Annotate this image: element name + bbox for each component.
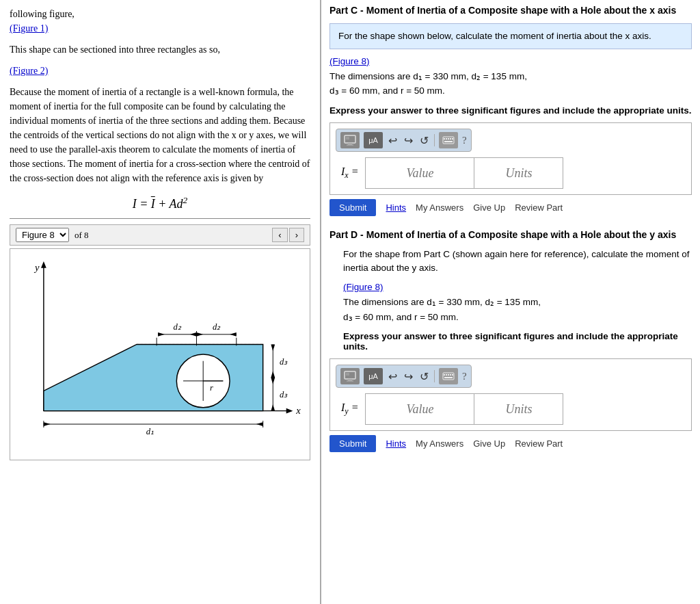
- partc-instruction: Express your answer to three significant…: [329, 105, 692, 116]
- partd-instruction: Express your answer to three significant…: [343, 331, 692, 352]
- partd-units-input[interactable]: [474, 393, 563, 425]
- keyboard-icon[interactable]: [439, 132, 458, 148]
- partc-problem-block: For the shape shown below, calculate the…: [329, 23, 692, 49]
- svg-marker-4: [286, 408, 293, 414]
- svg-rect-55: [446, 374, 447, 376]
- partd-my-answers-link[interactable]: My Answers: [416, 438, 463, 449]
- part-c-section: Part C - Moment of Inertia of a Composit…: [329, 4, 692, 216]
- svg-rect-44: [446, 138, 447, 140]
- refresh-button[interactable]: ↺: [418, 134, 430, 147]
- partd-toolbar-separator: [434, 370, 435, 382]
- svg-text:y: y: [33, 262, 40, 273]
- svg-rect-45: [448, 138, 449, 140]
- help-icon[interactable]: ?: [462, 135, 467, 146]
- svg-rect-41: [346, 137, 349, 140]
- svg-rect-56: [448, 374, 449, 376]
- svg-rect-57: [450, 374, 451, 376]
- svg-rect-54: [444, 374, 445, 376]
- partc-hints-link[interactable]: Hints: [386, 202, 406, 213]
- svg-text:x: x: [295, 405, 301, 416]
- partc-submit-button[interactable]: Submit: [329, 199, 376, 216]
- svg-marker-6: [44, 344, 263, 410]
- partc-my-answers-link[interactable]: My Answers: [416, 202, 463, 213]
- formula-display: I = I + Ad2: [10, 195, 310, 211]
- redo-button[interactable]: ↪: [403, 134, 414, 147]
- figure-navigator: Figure 8 Figure 1 Figure 2 Figure 3 Figu…: [10, 224, 310, 246]
- svg-rect-46: [450, 138, 451, 140]
- svg-text:r: r: [210, 383, 213, 393]
- monitor-icon[interactable]: [340, 132, 360, 148]
- figure-select[interactable]: Figure 8 Figure 1 Figure 2 Figure 3 Figu…: [16, 228, 69, 242]
- partc-units-input[interactable]: [474, 157, 563, 189]
- figure-arrows: ‹ ›: [272, 228, 304, 242]
- figure1-link[interactable]: (Figure 1): [10, 23, 48, 34]
- partc-equation-label: Ix =: [341, 166, 358, 181]
- svg-marker-14: [256, 422, 263, 426]
- partc-heading: Part C - Moment of Inertia of a Composit…: [329, 4, 692, 18]
- svg-marker-1: [41, 261, 46, 268]
- partd-answer-container: μA ↩ ↪ ↺ ?: [329, 358, 692, 431]
- intro-text: following figure, (Figure 1): [10, 7, 310, 36]
- svg-marker-21: [196, 332, 203, 337]
- svg-marker-25: [271, 344, 275, 351]
- undo-button[interactable]: ↩: [387, 134, 399, 147]
- figure2-link[interactable]: (Figure 2): [10, 66, 48, 76]
- partd-help-icon[interactable]: ?: [462, 371, 467, 382]
- partd-figure-link[interactable]: (Figure 8): [343, 282, 692, 292]
- mu-icon[interactable]: μA: [364, 132, 383, 148]
- figure8-svg: y x d₁ d₂: [17, 256, 303, 453]
- svg-text:d₃: d₃: [280, 357, 288, 367]
- partd-heading: Part D - Moment of Inertia of a Composit…: [329, 228, 692, 242]
- partd-hints-link[interactable]: Hints: [386, 438, 406, 449]
- partc-toolbar: μA ↩ ↪ ↺ ?: [336, 129, 472, 152]
- svg-rect-43: [444, 138, 445, 140]
- partd-undo-button[interactable]: ↩: [387, 370, 399, 383]
- partd-keyboard-icon[interactable]: [439, 368, 458, 384]
- svg-rect-59: [444, 377, 453, 378]
- svg-text:d₂: d₂: [213, 322, 221, 332]
- partc-problem-text: For the shape shown below, calculate the…: [338, 31, 651, 41]
- partc-answer-container: μA ↩ ↪ ↺ ?: [329, 122, 692, 195]
- svg-rect-42: [443, 137, 454, 144]
- partd-dimensions: The dimensions are d₁ = 330 mm, d₂ = 135…: [343, 295, 692, 324]
- partd-monitor-icon[interactable]: [340, 368, 360, 384]
- svg-marker-22: [230, 332, 237, 337]
- svg-rect-52: [346, 373, 349, 376]
- toolbar-separator: [434, 134, 435, 146]
- partd-value-input[interactable]: [365, 393, 474, 425]
- partd-redo-button[interactable]: ↪: [403, 370, 414, 383]
- partc-review-link[interactable]: Review Part: [515, 202, 563, 213]
- divider: [10, 218, 310, 219]
- svg-text:d₂: d₂: [174, 322, 182, 332]
- figure-diagram: y x d₁ d₂: [10, 248, 310, 460]
- svg-marker-26: [271, 371, 275, 378]
- partc-input-row: Ix =: [341, 157, 686, 189]
- partc-figure-link[interactable]: (Figure 8): [329, 56, 692, 66]
- partc-value-input[interactable]: [365, 157, 474, 189]
- para2: Because the moment of inertia of a recta…: [10, 85, 310, 185]
- svg-marker-17: [158, 332, 165, 337]
- svg-text:d₃: d₃: [280, 390, 288, 399]
- partd-problem-text: For the shape from Part C (shown again h…: [343, 248, 692, 276]
- svg-rect-53: [443, 373, 454, 380]
- partd-refresh-button[interactable]: ↺: [418, 370, 430, 383]
- svg-marker-30: [271, 404, 275, 411]
- partc-action-row: Submit Hints My Answers Give Up Review P…: [329, 199, 692, 216]
- svg-rect-47: [452, 138, 453, 140]
- partd-toolbar: μA ↩ ↪ ↺ ?: [336, 365, 472, 388]
- svg-marker-29: [271, 378, 275, 384]
- left-panel: following figure, (Figure 1) This shape …: [0, 0, 321, 604]
- partd-submit-button[interactable]: Submit: [329, 435, 376, 452]
- right-panel: Part C - Moment of Inertia of a Composit…: [321, 0, 700, 604]
- figure-prev-button[interactable]: ‹: [272, 228, 287, 242]
- partd-give-up-link[interactable]: Give Up: [473, 438, 505, 449]
- para1: This shape can be sectioned into three r…: [10, 42, 310, 57]
- partc-give-up-link[interactable]: Give Up: [473, 202, 505, 213]
- part-d-section: Part D - Moment of Inertia of a Composit…: [329, 228, 692, 452]
- figure-next-button[interactable]: ›: [289, 228, 304, 242]
- figure-of-label: of 8: [75, 230, 89, 241]
- svg-marker-18: [190, 332, 197, 337]
- partd-mu-icon[interactable]: μA: [364, 368, 383, 384]
- partd-review-link[interactable]: Review Part: [515, 438, 563, 449]
- partc-dimensions: The dimensions are d₁ = 330 mm, d₂ = 135…: [329, 69, 692, 99]
